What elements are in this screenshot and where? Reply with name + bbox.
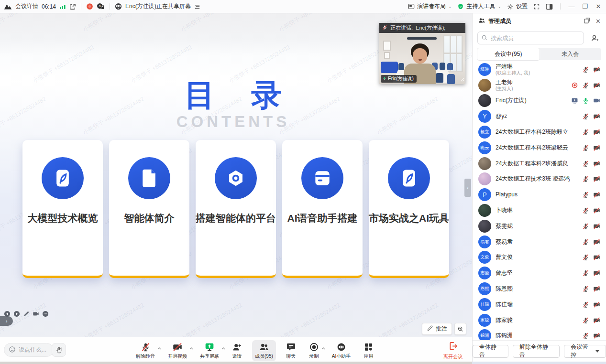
member-row[interactable]: 蔡雯妮 — [473, 218, 606, 234]
quick-chat-input[interactable]: 说点什么... — [4, 343, 54, 357]
toc-card-label: 市场实战之AI玩具 — [369, 212, 449, 225]
sharing-options-icon[interactable] — [194, 4, 200, 10]
member-row[interactable]: 晓云24大数据工程本科2班梁晓云 — [473, 140, 606, 156]
host-tools-button[interactable]: 主持人工具 ⌄ — [457, 2, 501, 11]
annotate-bar: 批注 — [422, 323, 466, 335]
member-row[interactable]: Y@yz — [473, 108, 606, 124]
toc-card[interactable]: AI语音助手搭建 — [282, 140, 363, 278]
camera-icon[interactable] — [33, 310, 39, 317]
member-row[interactable]: 锦洲陈锦洲 — [473, 328, 606, 340]
mute-all-button[interactable]: 全体静音 — [473, 345, 508, 358]
speaker-name: Eric(方佳谋) — [388, 75, 414, 82]
recording-indicator-icon[interactable] — [86, 3, 93, 10]
mic-off-icon — [582, 66, 589, 73]
toolbar-invite-button[interactable]: 邀请 — [229, 340, 245, 361]
panel-collapse-handle[interactable]: ‹ — [464, 179, 471, 197]
member-avatar: P — [478, 188, 491, 201]
member-row[interactable]: 家骏陈家骏 — [473, 312, 606, 328]
annotate-button[interactable]: 批注 — [422, 323, 452, 335]
members-panel-footer: 全体静音解除全体静音会议管控 — [473, 340, 606, 362]
member-row[interactable]: 24大数据工程本科2班潘威良 — [473, 156, 606, 171]
cam-off-lg-icon — [172, 342, 183, 352]
member-name: 蔡雯妮 — [496, 223, 579, 229]
member-avatar — [478, 157, 491, 170]
pop-out-window-icon[interactable] — [69, 3, 76, 10]
member-search-input[interactable] — [477, 32, 584, 44]
unmute-all-button[interactable]: 解除全体静音 — [513, 345, 560, 358]
annotate-label: 批注 — [436, 325, 447, 333]
member-row[interactable]: 靖琳严靖琳(联席主持人, 我) — [473, 62, 606, 77]
restore-button[interactable]: ❐ — [581, 3, 589, 10]
members-panel-header: 管理成员 ✕ — [473, 13, 606, 29]
member-tab-0[interactable]: 会议中(95) — [477, 48, 540, 60]
member-avatar: 晓云 — [478, 141, 491, 154]
member-row[interactable]: PPlatypus — [473, 187, 606, 203]
member-status-icons — [582, 207, 600, 214]
toc-card[interactable]: 智能体简介 — [109, 140, 189, 278]
toolbar-unmute-button[interactable]: 解除静音 — [133, 340, 158, 361]
toolbar-chat-button[interactable]: 聊天 — [283, 340, 299, 361]
member-row[interactable]: 王老师(主持人) — [473, 77, 606, 93]
member-name: 24大数据工程技术3班 凌远鸿 — [496, 176, 579, 182]
more-icon[interactable] — [42, 310, 49, 317]
toolbar-record-button[interactable]: 录制 — [306, 340, 322, 361]
member-row[interactable]: 文俊曹文俊 — [473, 250, 606, 266]
meeting-control-button[interactable]: 会议管控 — [564, 345, 606, 358]
member-row[interactable]: 卜晓琳 — [473, 203, 606, 218]
pencil-icon[interactable] — [23, 310, 30, 317]
add-member-icon[interactable] — [588, 32, 601, 44]
floating-speaker-video[interactable]: 正在讲话: Eric(方佳谋); Eric(方佳谋) — [379, 23, 465, 84]
member-avatar — [478, 79, 491, 92]
member-row[interactable]: 易君蔡易君 — [473, 234, 606, 250]
watermark-text: 小熊饼干 +8613728524482 — [81, 301, 145, 337]
toolbar-share-screen-button[interactable]: 共享屏幕 — [197, 340, 222, 361]
chevron-up-icon[interactable] — [189, 344, 193, 351]
chevron-up-icon[interactable] — [321, 344, 325, 351]
member-row[interactable]: 佳瑞陈佳瑞 — [473, 297, 606, 312]
toc-card[interactable]: 大模型技术概览 — [22, 140, 103, 278]
settings-button[interactable]: 设置 — [507, 2, 528, 11]
member-row[interactable]: 志坚曾志坚 — [473, 265, 606, 281]
member-row[interactable]: 恩熙陈恩熙 — [473, 281, 606, 297]
member-name: 严靖琳 — [496, 64, 579, 70]
pen-pad-icon — [42, 157, 84, 199]
desktop-strip — [0, 362, 472, 364]
side-panel-toggle-icon[interactable] — [546, 3, 553, 10]
fullscreen-icon[interactable] — [533, 3, 540, 10]
raise-hand-button[interactable] — [52, 343, 66, 357]
toc-card[interactable]: 市场实战之AI玩具 — [369, 140, 449, 278]
toolbar-start-video-button[interactable]: 开启视频 — [165, 340, 190, 361]
member-name-block: 陈佳瑞 — [496, 301, 579, 308]
member-name: 蔡易君 — [496, 239, 579, 245]
minimize-button[interactable]: — — [568, 3, 575, 10]
cam-off-icon — [593, 175, 600, 182]
chevron-up-icon[interactable] — [157, 344, 161, 351]
close-button[interactable]: ✕ — [595, 3, 602, 10]
presenter-controls — [4, 310, 49, 317]
toolbar-members-button[interactable]: 成员(95) — [252, 340, 276, 361]
apps-icon — [364, 342, 374, 352]
member-row[interactable]: Eric(方佳谋) — [473, 93, 606, 109]
member-row[interactable]: 24大数据工程技术3班 凌远鸿 — [473, 171, 606, 187]
leave-meeting-button[interactable]: 离开会议 — [443, 341, 463, 360]
layout-selector[interactable]: 演讲者布局 ⌄ — [408, 2, 452, 11]
toc-card[interactable]: 搭建智能体的平台 — [196, 140, 276, 278]
interpretation-lock-icon[interactable]: a — [97, 3, 105, 10]
expand-controls-tab[interactable]: › — [0, 316, 13, 326]
resize-handle-icon[interactable] — [459, 76, 464, 83]
cam-off-icon — [593, 223, 600, 230]
close-panel-icon[interactable]: ✕ — [595, 18, 601, 25]
mic-active-icon — [383, 76, 386, 82]
leave-door-icon — [448, 341, 458, 353]
members-icon — [259, 342, 269, 352]
toolbar-ai-assistant-button[interactable]: AI小助手 — [329, 340, 353, 361]
chevron-up-icon[interactable] — [221, 344, 225, 351]
toolbar-apps-button[interactable]: 应用 — [361, 340, 376, 361]
pop-out-panel-icon[interactable] — [584, 17, 590, 25]
meeting-details-button[interactable]: 会议详情 — [15, 2, 38, 11]
member-row[interactable]: 毅立24大数据工程本科2班陈毅立 — [473, 124, 606, 140]
member-name: 24大数据工程本科2班潘威良 — [496, 161, 579, 167]
member-tab-1[interactable]: 未入会 — [540, 48, 602, 60]
next-slide-icon[interactable] — [13, 310, 20, 317]
zoom-in-button[interactable] — [454, 323, 466, 335]
